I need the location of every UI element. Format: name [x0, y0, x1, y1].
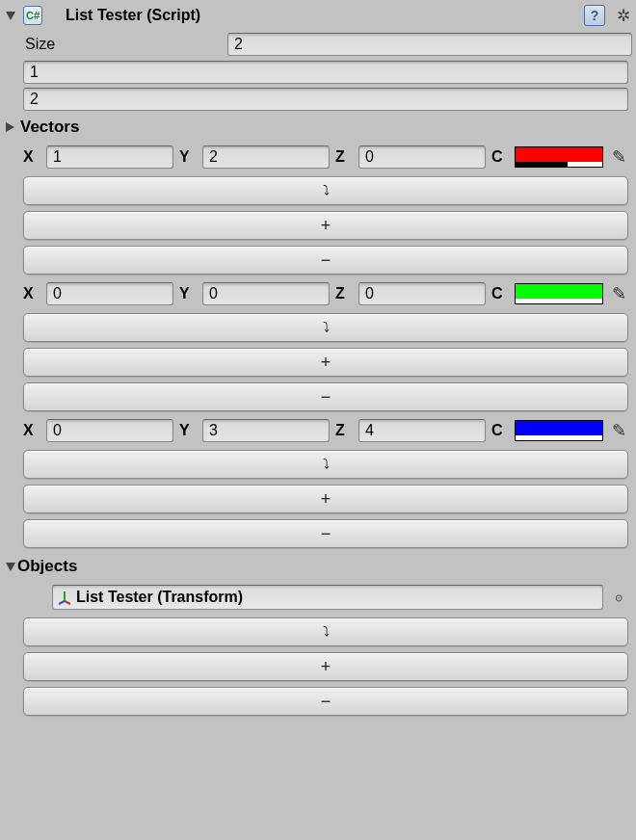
eyedropper-icon[interactable]: ✎: [609, 419, 628, 442]
c-label: C: [491, 285, 509, 302]
y-label: Y: [179, 148, 197, 166]
add-button[interactable]: +: [23, 652, 628, 681]
y-label: Y: [179, 285, 197, 302]
object-field[interactable]: List Tester (Transform): [52, 585, 603, 610]
duplicate-button[interactable]: ⤵: [23, 176, 628, 205]
x-label: X: [23, 285, 40, 302]
plus-icon: +: [321, 489, 331, 510]
minus-icon: −: [321, 250, 331, 271]
chevron-right-icon: [6, 122, 14, 132]
duplicate-icon: ⤵: [323, 182, 330, 197]
plus-icon: +: [321, 216, 331, 236]
svg-line-2: [59, 601, 65, 604]
x-input[interactable]: [46, 145, 173, 169]
z-input[interactable]: [358, 419, 486, 442]
color-field[interactable]: [515, 420, 603, 441]
object-picker-icon[interactable]: ⊙: [609, 588, 628, 607]
remove-button[interactable]: −: [23, 519, 628, 548]
vector-row: X Y Z C ✎: [23, 417, 628, 444]
objects-heading[interactable]: Objects: [6, 554, 632, 579]
y-label: Y: [179, 422, 197, 439]
z-label: Z: [335, 285, 353, 302]
list-item-input[interactable]: [23, 61, 628, 84]
foldout-toggle-icon[interactable]: [6, 12, 15, 20]
z-input[interactable]: [358, 282, 486, 305]
duplicate-button[interactable]: ⤵: [23, 617, 628, 646]
remove-button[interactable]: −: [23, 382, 628, 411]
transform-icon: [57, 590, 72, 605]
list-item: [23, 61, 628, 84]
minus-icon: −: [321, 387, 331, 407]
size-row: Size: [21, 32, 632, 57]
vectors-heading[interactable]: Vectors: [6, 115, 632, 140]
objects-label: Objects: [17, 557, 77, 576]
color-field[interactable]: [515, 146, 603, 168]
remove-button[interactable]: −: [23, 687, 628, 716]
y-input[interactable]: [202, 145, 330, 169]
add-button[interactable]: +: [23, 211, 628, 240]
x-label: X: [23, 422, 40, 439]
duplicate-button[interactable]: ⤵: [23, 313, 628, 342]
minus-icon: −: [321, 524, 331, 544]
size-input[interactable]: [227, 33, 632, 56]
eyedropper-icon[interactable]: ✎: [609, 145, 628, 169]
y-input[interactable]: [202, 419, 330, 442]
c-label: C: [491, 148, 509, 166]
c-label: C: [491, 422, 509, 439]
color-field[interactable]: [515, 283, 603, 304]
vector-row: X Y Z C ✎: [23, 144, 628, 171]
duplicate-icon: ⤵: [323, 319, 330, 334]
object-row: List Tester (Transform) ⊙: [52, 583, 628, 612]
x-label: X: [23, 148, 40, 166]
x-input[interactable]: [46, 419, 173, 442]
duplicate-icon: ⤵: [323, 456, 330, 471]
plus-icon: +: [321, 657, 331, 677]
component-title: List Tester (Script): [48, 7, 578, 24]
list-tester-component: C# List Tester (Script) ? ✲ Size Vectors…: [0, 0, 636, 716]
chevron-down-icon: [6, 563, 15, 571]
component-header: C# List Tester (Script) ? ✲: [4, 2, 632, 29]
size-label: Size: [21, 36, 227, 53]
remove-button[interactable]: −: [23, 246, 628, 275]
add-button[interactable]: +: [23, 348, 628, 377]
duplicate-button[interactable]: ⤵: [23, 450, 628, 479]
list-item-input[interactable]: [23, 88, 628, 111]
add-button[interactable]: +: [23, 485, 628, 513]
script-icon: C#: [23, 6, 42, 25]
z-label: Z: [335, 148, 353, 166]
object-label: List Tester (Transform): [76, 589, 243, 606]
duplicate-icon: ⤵: [323, 623, 330, 639]
y-input[interactable]: [202, 282, 330, 305]
x-input[interactable]: [46, 282, 173, 305]
z-label: Z: [335, 422, 353, 439]
svg-line-1: [65, 601, 70, 604]
help-icon[interactable]: ?: [584, 5, 605, 26]
list-item: [23, 88, 628, 111]
eyedropper-icon[interactable]: ✎: [609, 282, 628, 305]
minus-icon: −: [321, 692, 331, 712]
vectors-label: Vectors: [20, 118, 79, 137]
gear-icon[interactable]: ✲: [615, 7, 632, 24]
plus-icon: +: [321, 353, 331, 373]
vector-row: X Y Z C ✎: [23, 280, 628, 307]
z-input[interactable]: [358, 145, 486, 169]
